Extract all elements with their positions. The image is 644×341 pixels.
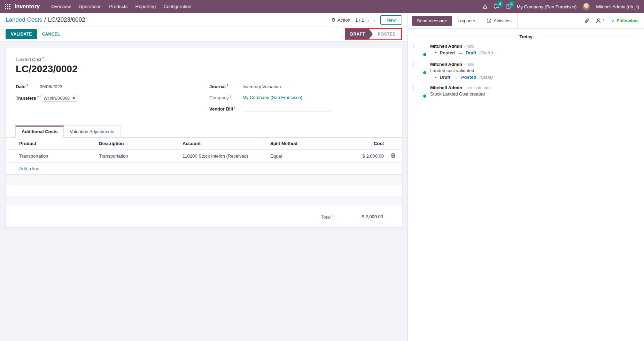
empty-list-stripe [6, 175, 402, 185]
total-label: Total? : [321, 214, 336, 220]
col-header-cost[interactable]: Cost [323, 138, 387, 150]
user-avatar[interactable] [582, 3, 590, 10]
empty-list-stripe [6, 196, 402, 206]
message-body: Landed cost validated [430, 68, 493, 73]
nav-item-reporting[interactable]: Reporting [132, 0, 160, 13]
activity-clock-icon[interactable]: 4 [505, 4, 511, 9]
breadcrumb-landed-costs[interactable]: Landed Costs [6, 16, 42, 23]
nav-item-operations[interactable]: Operations [75, 0, 105, 13]
nav-item-configuration[interactable]: Configuration [160, 0, 195, 13]
control-panel: Landed Costs / LC/2023/0002 ⚙ Action 1 /… [0, 13, 408, 27]
avatar[interactable] [413, 62, 426, 75]
company-field[interactable]: My Company (San Francisco) [242, 95, 302, 100]
bug-icon[interactable] [482, 4, 488, 9]
vendor-bill-label: Vendor Bill? [209, 106, 242, 112]
tab-valuation-adjustments[interactable]: Valuation Adjustments [64, 126, 121, 138]
tracking-value-change: • Draft → Posted (State) [430, 75, 493, 80]
total-value: $ 2,000.00 [362, 214, 383, 220]
messages-icon[interactable]: 4 [494, 4, 499, 9]
apps-grid-icon[interactable] [5, 4, 10, 9]
cell-cost[interactable]: $ 2,000.00 [323, 149, 387, 162]
stage-draft[interactable]: DRAFT [346, 29, 373, 39]
message-author[interactable]: Mitchell Admin [430, 62, 462, 67]
tracking-value-change: • Posted → Draft (State) [430, 50, 493, 55]
help-icon: ? [234, 106, 236, 109]
fields-right-column: Journal? Inventory Valuation Company? My… [209, 84, 392, 117]
message-author[interactable]: Mitchell Admin [430, 85, 462, 90]
transfer-tag-label: WH/IN/00008 [44, 96, 70, 101]
col-header-account[interactable]: Account [179, 138, 267, 150]
tag-remove-icon[interactable]: ✕ [72, 96, 75, 100]
journal-field[interactable]: Inventory Valuation [242, 84, 281, 89]
pager: 1 / 1 ‹ › [355, 17, 375, 23]
table-header-row: Product Description Account Split Method… [6, 138, 402, 150]
tab-additional-costs[interactable]: Additional Costs [15, 126, 64, 138]
action-label: Action [337, 17, 351, 23]
date-label: Date? [16, 84, 40, 89]
following-button[interactable]: ✓ Following [611, 18, 638, 23]
cell-description[interactable]: Transportation [95, 149, 179, 162]
action-menu-button[interactable]: ⚙ Action [331, 17, 350, 23]
record-name[interactable]: LC/2023/0002 [16, 63, 392, 75]
nav-item-products[interactable]: Products [105, 0, 131, 13]
chatter-message: Mitchell Admin - a minute ago Stock Land… [408, 85, 644, 98]
new-button[interactable]: New [380, 15, 402, 25]
status-highlight-box: DRAFT POSTED [345, 28, 402, 40]
send-message-button[interactable]: Send message [412, 16, 452, 26]
form-sheet: Landed Cost? LC/2023/0002 Date? 05/06/20… [6, 47, 402, 227]
activities-label: Activities [494, 18, 511, 23]
message-body: Stock Landed Cost created [430, 91, 491, 97]
gear-icon: ⚙ [331, 17, 336, 23]
total-section: Total? : $ 2,000.00 [321, 211, 383, 220]
journal-label: Journal? [209, 84, 242, 89]
log-note-button[interactable]: Log note [452, 18, 481, 23]
table-row[interactable]: Transportation Transportation 110200 Sto… [6, 149, 402, 162]
col-header-description[interactable]: Description [95, 138, 179, 150]
col-header-split-method[interactable]: Split Method [267, 138, 323, 150]
notebook-tabs: Additional Costs Valuation Adjustments [6, 126, 402, 138]
vendor-bill-field[interactable] [242, 106, 332, 112]
online-presence-dot [422, 52, 427, 57]
empty-list-stripe [6, 185, 402, 196]
add-a-line-link[interactable]: Add a line [6, 163, 402, 175]
following-label: Following [616, 18, 638, 23]
delete-row-trash-icon[interactable] [391, 153, 395, 158]
chatter-panel: Send message Log note Activities [408, 13, 644, 341]
activity-badge: 4 [509, 1, 514, 7]
transfer-tag[interactable]: WH/IN/00008 ✕ [40, 95, 79, 102]
attach-files-button[interactable] [584, 18, 590, 24]
online-presence-dot [422, 94, 427, 98]
cancel-button[interactable]: CANCEL [42, 32, 60, 37]
landed-cost-field-label: Landed Cost? [16, 56, 392, 62]
pager-next-icon[interactable]: › [373, 17, 375, 23]
date-divider: Today [413, 34, 638, 39]
user-menu[interactable]: Mitchell Admin (db_ii) [596, 4, 639, 9]
online-presence-dot [422, 70, 427, 75]
message-author[interactable]: Mitchell Admin [430, 44, 462, 49]
cell-account[interactable]: 110200 Stock Interim (Received) [179, 149, 267, 162]
cell-product[interactable]: Transportation [6, 149, 95, 162]
app-name-inventory[interactable]: Inventory [15, 3, 40, 10]
form-background: Landed Cost? LC/2023/0002 Date? 05/06/20… [0, 41, 408, 341]
form-statusbar-row: VALIDATE CANCEL DRAFT POSTED [0, 27, 408, 41]
col-header-product[interactable]: Product [6, 138, 95, 150]
chatter-header: Send message Log note Activities [408, 13, 644, 29]
pager-previous-icon[interactable]: ‹ [367, 17, 370, 23]
validate-button[interactable]: VALIDATE [6, 29, 37, 39]
message-time: - a minute ago [464, 85, 491, 90]
stage-posted[interactable]: POSTED [373, 29, 401, 39]
cell-split-method[interactable]: Equal [267, 149, 323, 162]
activities-button[interactable]: Activities [481, 13, 517, 28]
form-pane: Landed Costs / LC/2023/0002 ⚙ Action 1 /… [0, 13, 408, 341]
followers-button[interactable]: 1 [596, 18, 605, 23]
avatar[interactable] [413, 85, 426, 98]
pager-count: 1 / 1 [355, 17, 364, 23]
help-icon: ? [331, 214, 333, 218]
check-icon: ✓ [611, 18, 615, 23]
date-field[interactable]: 05/06/2023 [40, 84, 62, 89]
breadcrumb: Landed Costs / LC/2023/0002 [6, 16, 85, 23]
nav-item-overview[interactable]: Overview [47, 0, 75, 13]
follower-count: 1 [603, 18, 605, 23]
avatar[interactable] [413, 44, 426, 56]
company-switcher[interactable]: My Company (San Francisco) [517, 4, 577, 9]
